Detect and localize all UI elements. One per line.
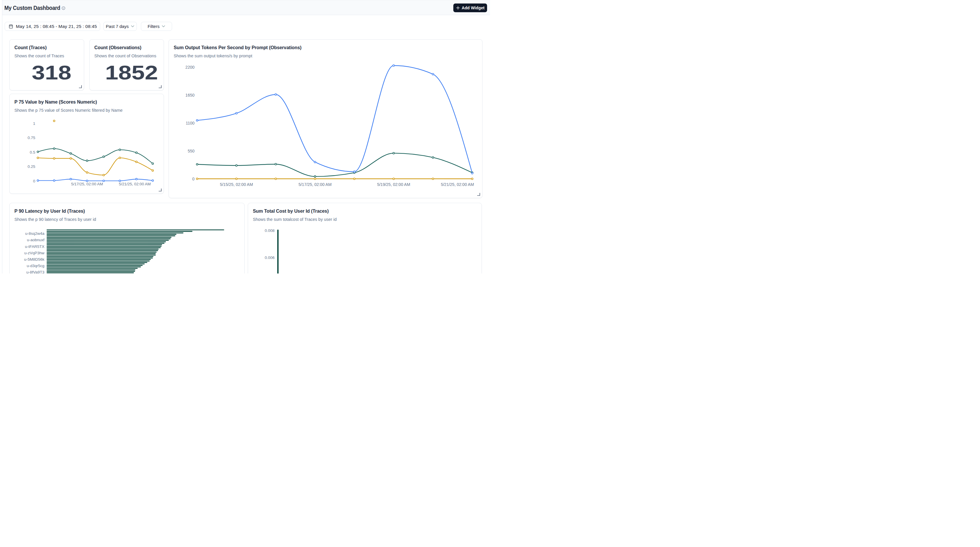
svg-text:u-8fVa9T3: u-8fVa9T3 xyxy=(26,270,44,274)
svg-text:5/19/25, 02:00 AM: 5/19/25, 02:00 AM xyxy=(377,182,410,187)
svg-text:u-8sq2w4a: u-8sq2w4a xyxy=(25,231,45,236)
svg-text:0.75: 0.75 xyxy=(28,136,35,140)
svg-text:1: 1 xyxy=(33,121,35,126)
svg-text:u-tFAR5TX: u-tFAR5TX xyxy=(25,244,45,249)
svg-text:0.25: 0.25 xyxy=(28,164,35,169)
svg-text:2200: 2200 xyxy=(185,65,194,69)
svg-text:0.5: 0.5 xyxy=(30,150,35,154)
svg-text:0: 0 xyxy=(33,179,35,183)
svg-text:5/17/25, 02:00 AM: 5/17/25, 02:00 AM xyxy=(71,182,103,186)
svg-text:0: 0 xyxy=(192,176,194,181)
svg-text:5/21/25, 02:00 AM: 5/21/25, 02:00 AM xyxy=(119,182,151,186)
svg-text:5/15/25, 02:00 AM: 5/15/25, 02:00 AM xyxy=(220,182,253,187)
svg-text:u-aobnuxf: u-aobnuxf xyxy=(27,238,44,242)
svg-text:0.006: 0.006 xyxy=(265,255,275,260)
svg-text:u-d3qr5cg: u-d3qr5cg xyxy=(27,263,45,268)
svg-text:5/21/25, 02:00 AM: 5/21/25, 02:00 AM xyxy=(441,182,474,187)
svg-text:u-5M8D56k: u-5M8D56k xyxy=(24,257,45,262)
svg-text:0.008: 0.008 xyxy=(265,228,275,233)
svg-text:550: 550 xyxy=(188,148,195,153)
svg-text:1650: 1650 xyxy=(185,92,194,97)
svg-text:u-zVqP3hw: u-zVqP3hw xyxy=(24,251,44,255)
svg-text:1100: 1100 xyxy=(186,120,194,125)
svg-text:5/17/25, 02:00 AM: 5/17/25, 02:00 AM xyxy=(298,182,332,187)
